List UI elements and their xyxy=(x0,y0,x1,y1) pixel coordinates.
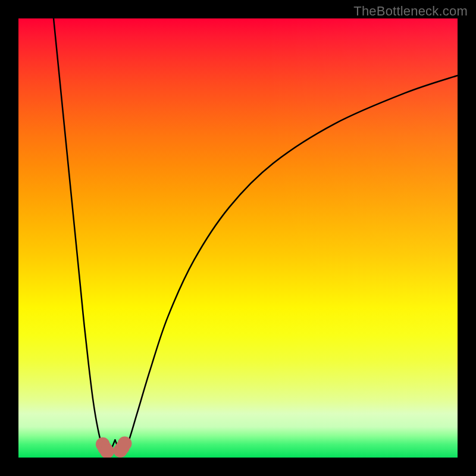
watermark-label: TheBottleneck.com xyxy=(353,4,468,19)
series-curve-right xyxy=(115,76,458,453)
curve-group xyxy=(54,18,458,453)
figure-root: TheBottleneck.com xyxy=(0,0,476,476)
marker-right-nub-bot xyxy=(118,437,132,451)
series-curve-left xyxy=(54,18,115,453)
plot-area xyxy=(18,18,458,458)
curve-svg xyxy=(18,18,458,458)
marker-group xyxy=(96,437,132,458)
